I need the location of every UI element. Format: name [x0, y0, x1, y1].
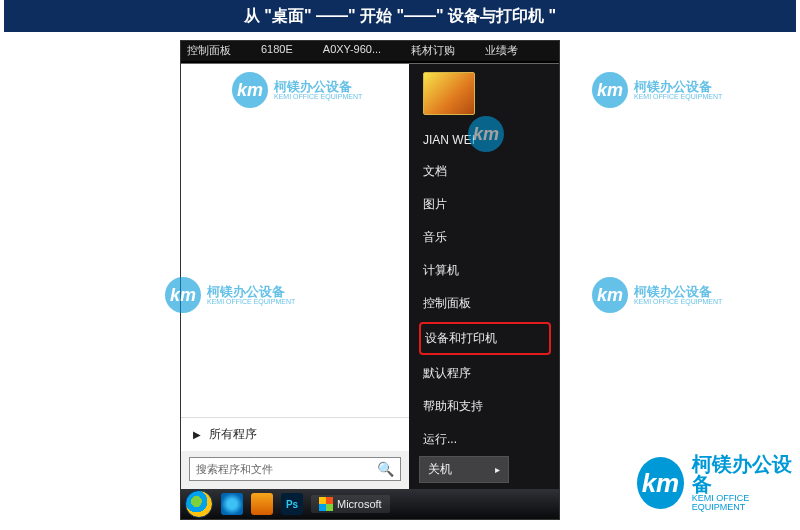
taskbar-task-button[interactable]: Microsoft — [311, 495, 390, 513]
menu-item-music[interactable]: 音乐 — [419, 221, 551, 254]
menu-item-run[interactable]: 运行... — [419, 423, 551, 456]
taskbar-task-label: Microsoft — [337, 498, 382, 510]
desktop-icon-row: 控制面板 6180E A0XY-960... 耗材订购 业绩考 — [181, 41, 559, 61]
search-icon: 🔍 — [377, 461, 394, 477]
menu-item-devices-printers[interactable]: 设备和打印机 — [419, 322, 551, 355]
desktop-icon[interactable]: 耗材订购 — [411, 43, 455, 59]
watermark: km柯镁办公设备KEMI OFFICE EQUIPMENT — [592, 72, 722, 108]
taskbar-photoshop-icon[interactable]: Ps — [281, 493, 303, 515]
menu-item-help[interactable]: 帮助和支持 — [419, 390, 551, 423]
taskbar-outlook-icon[interactable] — [251, 493, 273, 515]
start-menu-right: JIAN WEI 文档 图片 音乐 计算机 控制面板 设备和打印机 默认程序 帮… — [409, 64, 559, 491]
watermark: km柯镁办公设备KEMI OFFICE EQUIPMENT — [592, 277, 722, 313]
km-logo-icon: km — [592, 277, 628, 313]
start-search-container: 搜索程序和文件 🔍 — [181, 451, 409, 491]
triangle-right-icon: ▶ — [193, 429, 201, 440]
all-programs-label: 所有程序 — [209, 426, 257, 443]
taskbar: Ps Microsoft — [181, 489, 559, 519]
menu-item-computer[interactable]: 计算机 — [419, 254, 551, 287]
search-placeholder: 搜索程序和文件 — [196, 462, 273, 477]
all-programs-button[interactable]: ▶ 所有程序 — [181, 417, 409, 451]
chevron-right-icon: ▸ — [495, 464, 500, 475]
shutdown-label: 关机 — [428, 461, 452, 478]
desktop-icon[interactable]: 控制面板 — [187, 43, 231, 59]
km-logo-icon: km — [592, 72, 628, 108]
menu-item-documents[interactable]: 文档 — [419, 155, 551, 188]
start-menu-programs-area — [181, 64, 409, 417]
shutdown-button[interactable]: 关机 ▸ — [419, 456, 509, 483]
desktop-icon[interactable]: 6180E — [261, 43, 293, 59]
menu-item-controlpanel[interactable]: 控制面板 — [419, 287, 551, 320]
instruction-title: 从 "桌面" ——" 开始 "——" 设备与打印机 " — [4, 0, 796, 32]
search-input[interactable]: 搜索程序和文件 🔍 — [189, 457, 401, 481]
km-logo-icon: km — [637, 457, 684, 509]
desktop-icon[interactable]: A0XY-960... — [323, 43, 381, 59]
start-menu-left: ▶ 所有程序 搜索程序和文件 🔍 — [181, 64, 409, 491]
microsoft-logo-icon — [319, 497, 333, 511]
menu-item-default-programs[interactable]: 默认程序 — [419, 357, 551, 390]
desktop-icon[interactable]: 业绩考 — [485, 43, 518, 59]
menu-item-pictures[interactable]: 图片 — [419, 188, 551, 221]
user-avatar[interactable] — [423, 72, 475, 115]
taskbar-ie-icon[interactable] — [221, 493, 243, 515]
start-menu: ▶ 所有程序 搜索程序和文件 🔍 JIAN WEI 文档 图片 音乐 计算机 控… — [181, 63, 559, 491]
username-label[interactable]: JIAN WEI — [419, 125, 551, 155]
brand-logo: km柯镁办公设备KEMI OFFICE EQUIPMENT — [637, 454, 800, 512]
windows-screenshot: 控制面板 6180E A0XY-960... 耗材订购 业绩考 ▶ 所有程序 搜… — [180, 40, 560, 520]
start-button[interactable] — [185, 490, 213, 518]
